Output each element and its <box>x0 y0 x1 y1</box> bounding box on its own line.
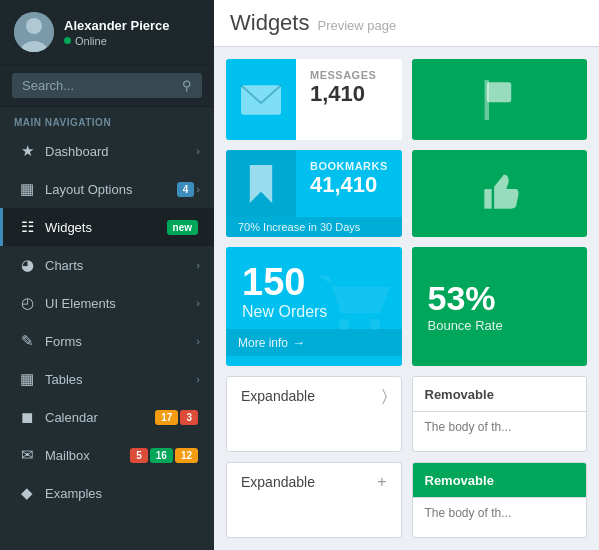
status-text: Online <box>75 35 107 47</box>
user-name: Alexander Pierce <box>64 18 200 33</box>
svg-rect-5 <box>485 80 489 120</box>
cart-icon <box>312 269 392 343</box>
sidebar-item-label: UI Elements <box>45 296 196 311</box>
expandable-header-1[interactable]: Expandable 〉 <box>227 377 401 415</box>
svg-rect-4 <box>487 82 511 102</box>
bookmarks-label: BOOKMARKS <box>310 160 388 172</box>
widget-bounce: 53% Bounce Rate <box>412 247 588 365</box>
expandable-panel-2: Expandable + <box>226 462 402 538</box>
avatar <box>14 12 54 52</box>
widget-orders: 150 New Orders More info → <box>226 247 402 365</box>
nav-label: MAIN NAVIGATION <box>0 107 214 132</box>
expandable-panel-1: Expandable 〉 <box>226 376 402 452</box>
removable-header-2: Removable <box>413 463 587 498</box>
user-panel: Alexander Pierce Online <box>0 0 214 65</box>
main-header: Widgets Preview page <box>214 0 599 47</box>
bounce-value: 53% <box>428 279 572 318</box>
mailbox-icon: ✉ <box>17 446 37 464</box>
calendar-icon: ◼ <box>17 408 37 426</box>
bookmarks-value: 41,410 <box>310 172 388 198</box>
plus-icon: + <box>377 473 386 491</box>
messages-body: MESSAGES 1,410 <box>296 59 402 140</box>
sidebar-item-ui-elements[interactable]: ◴ UI Elements › <box>0 284 214 322</box>
user-status: Online <box>64 35 200 47</box>
badge-new: new <box>167 220 198 235</box>
sidebar-item-mailbox[interactable]: ✉ Mailbox 5 16 12 <box>0 436 214 474</box>
removable-body-1: The body of th... <box>413 412 587 442</box>
widgets-icon: ☷ <box>17 218 37 236</box>
sidebar-item-label: Layout Options <box>45 182 177 197</box>
chevron-right-icon: › <box>196 297 200 309</box>
layout-icon: ▦ <box>17 180 37 198</box>
sidebar-item-label: Dashboard <box>45 144 196 159</box>
sidebar: Alexander Pierce Online ⚲ MAIN NAVIGATIO… <box>0 0 214 550</box>
sidebar-item-forms[interactable]: ✎ Forms › <box>0 322 214 360</box>
badge-mailbox-2: 16 <box>150 448 173 463</box>
removable-title-1: Removable <box>425 387 494 402</box>
badge-layout: 4 <box>177 182 195 197</box>
chevron-right-icon: › <box>196 259 200 271</box>
sidebar-item-dashboard[interactable]: ★ Dashboard › <box>0 132 214 170</box>
removable-panel-2: Removable The body of th... <box>412 462 588 538</box>
chevron-right-icon: › <box>196 373 200 385</box>
sidebar-item-label: Charts <box>45 258 196 273</box>
sidebar-item-charts[interactable]: ◕ Charts › <box>0 246 214 284</box>
sidebar-item-widgets[interactable]: ☷ Widgets new <box>0 208 214 246</box>
badge-mailbox-1: 5 <box>130 448 148 463</box>
expandable-header-2[interactable]: Expandable + <box>227 463 401 501</box>
widget-messages: MESSAGES 1,410 <box>226 59 402 140</box>
sidebar-item-examples[interactable]: ◆ Examples <box>0 474 214 512</box>
sidebar-item-label: Mailbox <box>45 448 130 463</box>
forms-icon: ✎ <box>17 332 37 350</box>
charts-icon: ◕ <box>17 256 37 274</box>
search-input-wrap[interactable]: ⚲ <box>12 73 202 98</box>
examples-icon: ◆ <box>17 484 37 502</box>
main-content: Widgets Preview page MESSAGES 1,410 <box>214 0 599 550</box>
svg-point-7 <box>369 319 380 330</box>
badge-mailbox-3: 12 <box>175 448 198 463</box>
widget-bookmarks: BOOKMARKS 41,410 70% Increase in 30 Days <box>226 150 402 237</box>
expandable-title-2: Expandable <box>241 474 315 490</box>
status-dot <box>64 37 71 44</box>
removable-title-2: Removable <box>425 473 494 488</box>
chevron-right-icon: › <box>196 183 200 195</box>
bounce-label: Bounce Rate <box>428 318 572 333</box>
svg-point-6 <box>338 319 349 330</box>
search-input[interactable] <box>22 78 182 93</box>
bookmark-icon <box>242 165 280 203</box>
dashboard-icon: ★ <box>17 142 37 160</box>
chevron-right-icon: › <box>196 145 200 157</box>
sidebar-item-label: Tables <box>45 372 196 387</box>
bookmarks-inner: BOOKMARKS 41,410 <box>226 150 402 217</box>
removable-header-1: Removable <box>413 377 587 412</box>
sidebar-item-label: Examples <box>45 486 200 501</box>
orders-footer-text: More info <box>238 336 288 350</box>
preview-label: Preview page <box>317 18 396 33</box>
search-icon: ⚲ <box>182 78 192 93</box>
ui-icon: ◴ <box>17 294 37 312</box>
flag-icon <box>479 80 519 120</box>
tables-icon: ▦ <box>17 370 37 388</box>
removable-panel-1: Removable The body of th... <box>412 376 588 452</box>
messages-value: 1,410 <box>310 81 388 107</box>
sidebar-item-label: Widgets <box>45 220 167 235</box>
bookmarks-body: BOOKMARKS 41,410 <box>296 150 402 217</box>
widget-thumb <box>412 150 588 237</box>
chevron-right-icon: › <box>196 335 200 347</box>
sidebar-item-layout-options[interactable]: ▦ Layout Options 4 › <box>0 170 214 208</box>
badge-calendar-1: 17 <box>155 410 178 425</box>
sidebar-item-tables[interactable]: ▦ Tables › <box>0 360 214 398</box>
sidebar-item-calendar[interactable]: ◼ Calendar 17 3 <box>0 398 214 436</box>
sidebar-item-label: Calendar <box>45 410 155 425</box>
messages-icon-box <box>226 59 296 140</box>
thumbs-up-icon <box>477 172 521 216</box>
search-box: ⚲ <box>0 65 214 107</box>
bookmarks-icon-box <box>226 150 296 217</box>
removable-body-2: The body of th... <box>413 498 587 528</box>
svg-point-1 <box>26 18 42 34</box>
bookmarks-footer: 70% Increase in 30 Days <box>226 217 402 237</box>
widget-flag <box>412 59 588 140</box>
cursor-icon: 〉 <box>382 387 387 405</box>
sidebar-item-label: Forms <box>45 334 196 349</box>
expandable-title-1: Expandable <box>241 388 315 404</box>
